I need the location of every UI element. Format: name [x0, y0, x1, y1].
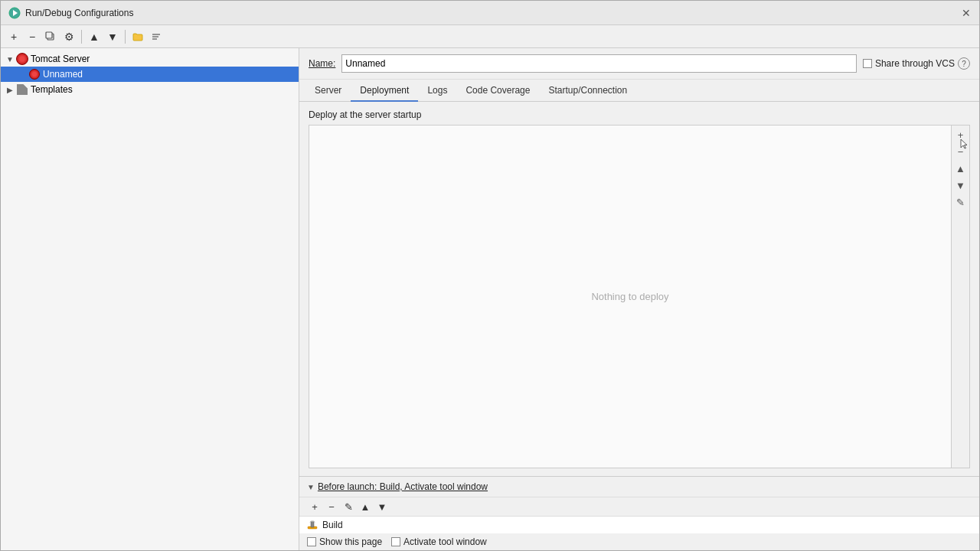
activate-window-label: Activate tool window	[403, 536, 487, 547]
bl-edit-button[interactable]: ✎	[341, 499, 356, 514]
before-launch-header[interactable]: ▼ Before launch: Build, Activate tool wi…	[299, 477, 979, 497]
bl-remove-button[interactable]: −	[324, 499, 339, 514]
unnamed-label: Unnamed	[43, 69, 83, 80]
toggle-tomcat[interactable]: ▼	[4, 53, 16, 65]
dialog-icon	[8, 7, 21, 19]
tree-group-templates[interactable]: ▶ Templates	[1, 82, 299, 97]
name-input[interactable]	[341, 54, 857, 73]
settings-button[interactable]: ⚙	[60, 28, 77, 45]
vcs-row: Share through VCS ?	[863, 57, 970, 70]
templates-icon	[16, 83, 28, 96]
svg-rect-3	[46, 32, 52, 38]
separator-1	[81, 30, 82, 44]
title-bar: Run/Debug Configurations ✕	[1, 1, 979, 25]
bl-add-button[interactable]: +	[307, 499, 322, 514]
move-up-button[interactable]: ▲	[86, 28, 103, 45]
remove-config-button[interactable]: −	[24, 28, 41, 45]
deploy-header: Deploy at the server startup	[309, 109, 970, 120]
build-label: Build	[322, 520, 343, 530]
before-launch-toolbar: + − ✎ ▲ ▼	[299, 497, 979, 516]
tab-logs[interactable]: Logs	[418, 80, 456, 102]
deploy-move-down-button[interactable]: ▼	[953, 178, 969, 193]
run-debug-dialog: Run/Debug Configurations ✕ + − ⚙ ▲ ▼	[0, 0, 980, 551]
show-page-checkbox[interactable]	[307, 537, 316, 546]
deploy-sidebar: + − ▲ ▼ ✎	[951, 126, 969, 468]
tab-startup-connection[interactable]: Startup/Connection	[539, 80, 636, 102]
tab-code-coverage[interactable]: Code Coverage	[456, 80, 539, 102]
deploy-panel: Deploy at the server startup Nothing to …	[299, 102, 979, 476]
tabs-row: Server Deployment Logs Code Coverage Sta…	[299, 80, 979, 102]
sort-button[interactable]	[148, 28, 165, 45]
deploy-add-button[interactable]: +	[953, 127, 969, 142]
main-content: ▼ Tomcat Server Unnamed ▶ Templates	[1, 48, 979, 550]
deploy-remove-button[interactable]: −	[953, 144, 969, 159]
hammer-icon	[307, 520, 318, 530]
close-button[interactable]: ✕	[961, 8, 972, 18]
copy-config-button[interactable]	[42, 28, 59, 45]
deploy-empty-text: Nothing to deploy	[591, 291, 668, 302]
tab-deployment[interactable]: Deployment	[351, 80, 418, 102]
build-row: Build	[299, 516, 979, 533]
show-page-row: Show this page Activate tool window	[299, 533, 979, 550]
dialog-title: Run/Debug Configurations	[25, 8, 133, 18]
move-down-button[interactable]: ▼	[104, 28, 121, 45]
vcs-label: Share through VCS	[875, 58, 955, 69]
add-config-button[interactable]: +	[5, 28, 22, 45]
folder-button[interactable]	[129, 28, 146, 45]
before-launch-section: ▼ Before launch: Build, Activate tool wi…	[299, 476, 979, 550]
bl-move-up-button[interactable]: ▲	[358, 499, 373, 514]
deploy-area-wrapper: Nothing to deploy + − ▲ ▼	[309, 125, 970, 468]
tree-group-tomcat[interactable]: ▼ Tomcat Server	[1, 51, 299, 67]
tree-item-unnamed[interactable]: Unnamed	[1, 67, 299, 82]
name-label: Name:	[309, 58, 335, 69]
activate-window-checkbox[interactable]	[391, 537, 400, 546]
tab-server[interactable]: Server	[305, 80, 351, 102]
toolbar: + − ⚙ ▲ ▼	[1, 25, 979, 48]
svg-rect-8	[311, 521, 314, 527]
bl-move-down-button[interactable]: ▼	[374, 499, 390, 514]
unnamed-icon	[28, 68, 41, 80]
name-row: Name: Share through VCS ?	[299, 48, 979, 80]
sidebar: ▼ Tomcat Server Unnamed ▶ Templates	[1, 48, 299, 550]
title-bar-left: Run/Debug Configurations	[8, 7, 133, 19]
deploy-area: Nothing to deploy	[309, 126, 951, 468]
collapse-icon: ▼	[307, 483, 315, 491]
vcs-checkbox[interactable]	[863, 59, 872, 68]
deploy-move-up-button[interactable]: ▲	[953, 161, 969, 176]
show-page-label: Show this page	[319, 536, 382, 547]
tomcat-group-label: Tomcat Server	[31, 54, 90, 64]
right-panel: Name: Share through VCS ? Server Deploym…	[299, 48, 979, 550]
tomcat-group-icon	[16, 53, 28, 65]
deploy-edit-button[interactable]: ✎	[953, 194, 969, 210]
before-launch-label: Before launch: Build, Activate tool wind…	[318, 481, 488, 492]
help-icon[interactable]: ?	[958, 57, 970, 70]
templates-label: Templates	[31, 84, 73, 95]
separator-2	[125, 30, 126, 44]
toggle-templates[interactable]: ▶	[4, 83, 16, 96]
